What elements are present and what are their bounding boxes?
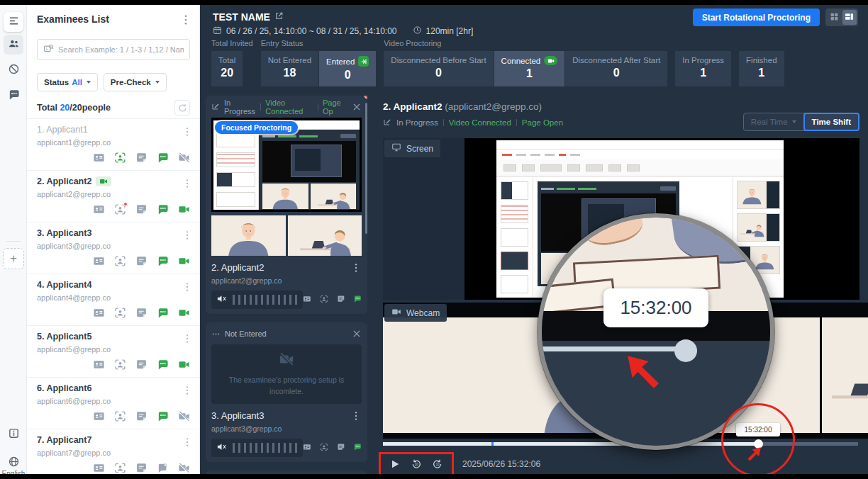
face-check-icon[interactable] (114, 307, 126, 319)
search-input[interactable] (58, 45, 184, 54)
id-card-icon[interactable] (303, 293, 311, 306)
id-card-icon[interactable] (93, 307, 105, 319)
kebab-menu[interactable] (350, 410, 362, 422)
memo-icon[interactable] (135, 203, 148, 215)
video-off-icon[interactable] (178, 462, 190, 474)
examinee-list-item[interactable]: 6. Applicant6 applicant6@grepp.co (27, 377, 199, 429)
examinee-list-item[interactable]: 5. Applicant5 applicant5@grepp.co (27, 325, 199, 377)
face-check-icon[interactable] (114, 152, 126, 164)
focused-screen-thumbnail[interactable]: Focused Proctoring (211, 118, 362, 212)
memo-icon[interactable] (135, 359, 148, 371)
face-check-icon[interactable] (114, 410, 126, 422)
kebab-menu[interactable] (182, 178, 193, 189)
kebab-menu[interactable] (182, 281, 193, 293)
memo-icon[interactable] (135, 307, 148, 319)
face-check-icon[interactable] (114, 255, 126, 267)
real-time-button[interactable]: Real Time (744, 118, 803, 126)
examinee-list-item[interactable]: 4. Applicant4 applicant4@grepp.co (27, 274, 199, 325)
chat-icon[interactable] (157, 203, 169, 215)
kebab-menu[interactable] (350, 262, 362, 274)
chat-icon[interactable] (157, 359, 169, 371)
face-check-icon[interactable] (114, 462, 126, 474)
memo-icon[interactable] (135, 462, 148, 474)
examinee-list-item[interactable]: 1. Applicant1 applicant1@grepp.co (27, 118, 199, 170)
examinee-list-item[interactable]: 3. Applicant3 applicant3@grepp.co (27, 222, 199, 274)
stat-cell[interactable]: Not Entered 18 (261, 51, 318, 86)
chat-icon[interactable] (353, 293, 362, 306)
play-button[interactable] (388, 457, 402, 471)
memo-icon[interactable] (135, 152, 148, 164)
webcam-thumbnail-front[interactable] (211, 215, 286, 256)
id-card-icon[interactable] (93, 152, 105, 164)
nav-examinees-button[interactable] (4, 35, 23, 55)
add-button[interactable]: + (3, 248, 24, 269)
mobile-cam-video[interactable] (822, 317, 868, 433)
start-rotational-proctoring-button[interactable]: Start Rotational Proctoring (693, 9, 820, 26)
video-on-icon[interactable] (178, 255, 190, 267)
nav-blocked-button[interactable] (4, 60, 23, 80)
precheck-filter-button[interactable]: Pre-Check (104, 73, 167, 91)
memo-icon[interactable] (337, 441, 345, 454)
external-link-icon[interactable] (274, 11, 284, 23)
scrollbar[interactable] (365, 103, 367, 234)
video-off-icon[interactable] (178, 410, 190, 422)
face-check-icon[interactable] (114, 359, 126, 371)
chat-add-icon[interactable] (157, 462, 169, 474)
kebab-menu[interactable] (182, 333, 193, 344)
refresh-button[interactable] (174, 100, 190, 115)
id-card-icon[interactable] (93, 359, 105, 371)
info-button[interactable] (4, 424, 23, 444)
forward-10-button[interactable]: 10 (430, 457, 445, 471)
collapse-list-button[interactable] (4, 12, 23, 32)
examinee-list-item[interactable]: 7. Applicant7 applicant7@grepp.co (27, 429, 199, 474)
grid-view-button[interactable] (827, 10, 842, 25)
webcam-thumbnail-side[interactable] (288, 215, 362, 256)
kebab-menu[interactable] (182, 436, 193, 448)
stat-label: Not Entered (268, 56, 311, 64)
speaker-muted-icon[interactable] (216, 293, 227, 307)
not-entered-card[interactable]: Not Entered The examinee's proctoring se… (206, 322, 367, 462)
stat-cell[interactable]: Finished 1 (739, 51, 784, 86)
chat-icon[interactable] (157, 307, 169, 319)
memo-icon[interactable] (135, 255, 148, 267)
memo-icon[interactable] (337, 293, 345, 306)
rewind-10-button[interactable]: 10 (409, 457, 423, 471)
close-icon[interactable] (352, 102, 362, 112)
id-card-icon[interactable] (93, 203, 105, 215)
video-on-icon[interactable] (178, 359, 190, 371)
nav-chat-button[interactable] (4, 86, 23, 106)
video-on-icon[interactable] (178, 307, 190, 319)
chat-icon[interactable] (157, 255, 169, 267)
chat-icon[interactable] (157, 152, 169, 164)
id-card-icon[interactable] (93, 410, 105, 422)
kebab-menu[interactable] (182, 230, 193, 241)
kebab-menu[interactable] (182, 385, 193, 396)
stat-cell[interactable]: In Progress 1 (675, 51, 731, 86)
examinee-list-item[interactable]: 2. Applicant2 applicant2@grepp.co (27, 170, 199, 222)
close-icon[interactable] (352, 329, 362, 339)
focus-view-button[interactable] (842, 10, 857, 25)
stat-cell[interactable]: Entered 0 (319, 51, 376, 86)
stat-cell[interactable]: Disconnected After Start 0 (565, 51, 667, 86)
stat-cell[interactable]: Total 20 (211, 51, 243, 86)
focused-examinee-card[interactable]: In Progress Video Connected Page Op Focu… (206, 96, 367, 314)
stat-cell[interactable]: Disconnected Before Start 0 (384, 51, 493, 86)
time-shift-button[interactable]: Time Shift (803, 113, 859, 131)
status-filter-button[interactable]: Status All (37, 73, 98, 91)
id-card-icon[interactable] (303, 441, 311, 454)
video-on-icon[interactable] (178, 203, 190, 215)
id-card-icon[interactable] (93, 462, 105, 474)
memo-icon[interactable] (135, 410, 148, 422)
examinees-kebab-menu[interactable] (179, 13, 192, 26)
stat-cell[interactable]: Connected 1 (494, 51, 565, 86)
face-check-icon[interactable] (320, 441, 328, 454)
not-entered-card-partial[interactable]: Not Entered (206, 470, 367, 474)
speaker-muted-icon[interactable] (216, 441, 227, 455)
chat-icon[interactable] (157, 410, 169, 422)
chat-icon[interactable] (353, 441, 362, 454)
kebab-menu[interactable] (182, 126, 193, 137)
face-check-icon[interactable] (114, 203, 126, 215)
id-card-icon[interactable] (93, 255, 105, 267)
video-off-icon[interactable] (178, 152, 190, 164)
face-check-icon[interactable] (320, 293, 328, 306)
